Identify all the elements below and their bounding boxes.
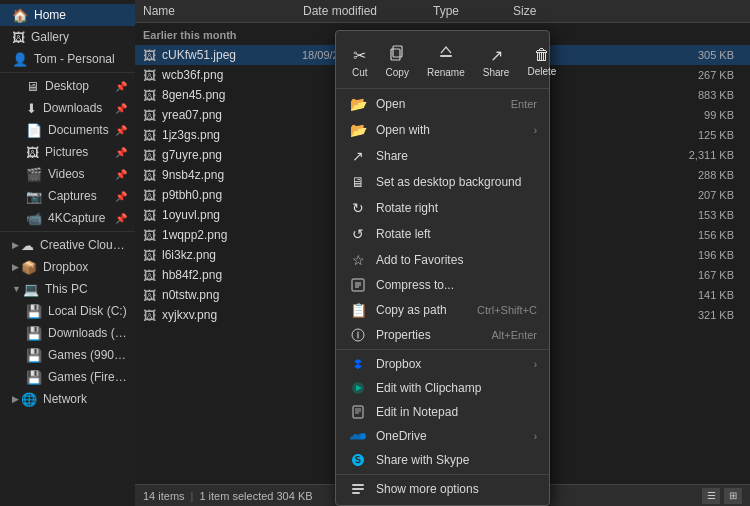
sidebar-label-home: Home [34,8,127,22]
sidebar-item-pictures[interactable]: 🖼 Pictures 📌 [0,141,135,163]
cm-item-onedrive[interactable]: OneDrive › [336,424,549,448]
sidebar-item-desktop[interactable]: 🖥 Desktop 📌 [0,75,135,97]
sidebar-item-network[interactable]: ▶ 🌐 Network [0,388,135,410]
sidebar-item-gallery[interactable]: 🖼 Gallery [0,26,135,48]
sidebar-label-captures: Captures [48,189,111,203]
expand-icon-db: ▶ [12,262,19,272]
cm-item-more-options[interactable]: Show more options [336,477,549,501]
pin-icon-3: 📌 [115,125,127,136]
cm-skype-label: Share with Skype [376,453,537,467]
sidebar-item-documents[interactable]: 📄 Documents 📌 [0,119,135,141]
arrow-icon-open-with: › [534,125,537,136]
sidebar-item-downloads[interactable]: ⬇ Downloads 📌 [0,97,135,119]
share2-icon: ↗ [348,148,368,164]
pin-icon-2: 📌 [115,103,127,114]
sidebar-item-tom-personal[interactable]: 👤 Tom - Personal [0,48,135,70]
dropbox-icon: 📦 [21,260,37,275]
cm-item-add-favorites[interactable]: ☆ Add to Favorites [336,247,549,273]
cm-item-rotate-left[interactable]: ↺ Rotate left [336,221,549,247]
cm-delete-button[interactable]: 🗑 Delete [519,42,564,81]
cm-favorites-label: Add to Favorites [376,253,537,267]
open-icon: 📂 [348,96,368,112]
4kcapture-icon: 📹 [26,211,42,226]
notepad-menu-icon [348,405,368,419]
cm-properties-label: Properties [376,328,483,342]
sidebar-item-dropbox[interactable]: ▶ 📦 Dropbox [0,256,135,278]
sidebar-item-4kcapture[interactable]: 📹 4KCapture 📌 [0,207,135,229]
cm-rotate-right-label: Rotate right [376,201,537,215]
disk-d-icon: 💾 [26,326,42,341]
cm-separator-2 [336,474,549,475]
sidebar-label-downloads: Downloads [43,101,111,115]
sidebar-item-downloads-t700[interactable]: 💾 Downloads (T700) (D:) [0,322,135,344]
copy-path-icon: 📋 [348,302,368,318]
sidebar-divider-2 [0,231,135,232]
cm-item-dropbox[interactable]: Dropbox › [336,352,549,376]
cm-open-label: Open [376,97,503,111]
documents-icon: 📄 [26,123,42,138]
sidebar-label-disk-c: Local Disk (C:) [48,304,127,318]
disk-e-icon: 💾 [26,348,42,363]
svg-rect-0 [393,46,402,57]
sidebar-item-games-firecuda[interactable]: 💾 Games (FireCuda 530) (F:) [0,366,135,388]
downloads-icon: ⬇ [26,101,37,116]
cm-properties-shortcut: Alt+Enter [491,329,537,341]
svg-rect-9 [352,488,364,490]
videos-icon: 🎬 [26,167,42,182]
sidebar-label-dropbox: Dropbox [43,260,127,274]
pictures-icon: 🖼 [26,145,39,160]
sidebar-item-local-disk-c[interactable]: 💾 Local Disk (C:) [0,300,135,322]
cm-item-compress[interactable]: Compress to... [336,273,549,297]
cm-rotate-left-label: Rotate left [376,227,537,241]
cm-share-button[interactable]: ↗ Share [475,42,518,82]
sidebar-label-desktop: Desktop [45,79,111,93]
desktop-icon: 🖥 [26,79,39,94]
copy-icon [389,45,405,65]
skype-menu-icon [348,453,368,467]
cm-copy-button[interactable]: Copy [378,41,417,82]
cm-item-properties[interactable]: Properties Alt+Enter [336,323,549,347]
cm-item-skype[interactable]: Share with Skype [336,448,549,472]
cm-item-open[interactable]: 📂 Open Enter [336,91,549,117]
sidebar-item-videos[interactable]: 🎬 Videos 📌 [0,163,135,185]
cm-open-shortcut: Enter [511,98,537,110]
gallery-icon: 🖼 [12,30,25,45]
cm-rename-label: Rename [427,67,465,78]
main-layout: 🏠 Home 🖼 Gallery 👤 Tom - Personal 🖥 Desk… [0,0,750,506]
sidebar-item-home[interactable]: 🏠 Home [0,4,135,26]
cm-item-open-with[interactable]: 📂 Open with › [336,117,549,143]
creative-cloud-icon: ☁ [21,238,34,253]
clipchamp-menu-icon [348,381,368,395]
cm-item-copy-path[interactable]: 📋 Copy as path Ctrl+Shift+C [336,297,549,323]
cm-desktop-bg-label: Set as desktop background [376,175,537,189]
sidebar-item-this-pc[interactable]: ▼ 💻 This PC [0,278,135,300]
cm-more-options-label: Show more options [376,482,537,496]
cm-item-rotate-right[interactable]: ↻ Rotate right [336,195,549,221]
svg-rect-10 [352,492,360,494]
delete-icon: 🗑 [534,46,550,64]
pin-icon-4: 📌 [115,147,127,158]
sidebar-item-captures[interactable]: 📷 Captures 📌 [0,185,135,207]
cm-copy-path-shortcut: Ctrl+Shift+C [477,304,537,316]
cm-item-notepad[interactable]: Edit in Notepad [336,400,549,424]
expand-icon-network: ▶ [12,394,19,404]
desktop-bg-icon: 🖥 [348,174,368,190]
cm-cut-button[interactable]: ✂ Cut [344,42,376,82]
sidebar-label-disk-d: Downloads (T700) (D:) [48,326,127,340]
sidebar-label-documents: Documents [48,123,111,137]
cm-item-clipchamp[interactable]: Edit with Clipchamp [336,376,549,400]
rotate-right-icon: ↻ [348,200,368,216]
pin-icon-5: 📌 [115,169,127,180]
more-options-icon [348,482,368,496]
cm-open-with-label: Open with [376,123,530,137]
sidebar-item-games-990pro[interactable]: 💾 Games (990 Pro) (E:) [0,344,135,366]
sidebar-label-gallery: Gallery [31,30,127,44]
cm-item-set-desktop-bg[interactable]: 🖥 Set as desktop background [336,169,549,195]
cm-item-share[interactable]: ↗ Share [336,143,549,169]
cm-compress-label: Compress to... [376,278,537,292]
sidebar-label-4kcapture: 4KCapture [48,211,111,225]
dropbox-menu-icon [348,357,368,371]
cm-rename-button[interactable]: Rename [419,41,473,82]
sidebar-item-creative-cloud[interactable]: ▶ ☁ Creative Cloud Files [0,234,135,256]
svg-rect-1 [391,49,400,60]
